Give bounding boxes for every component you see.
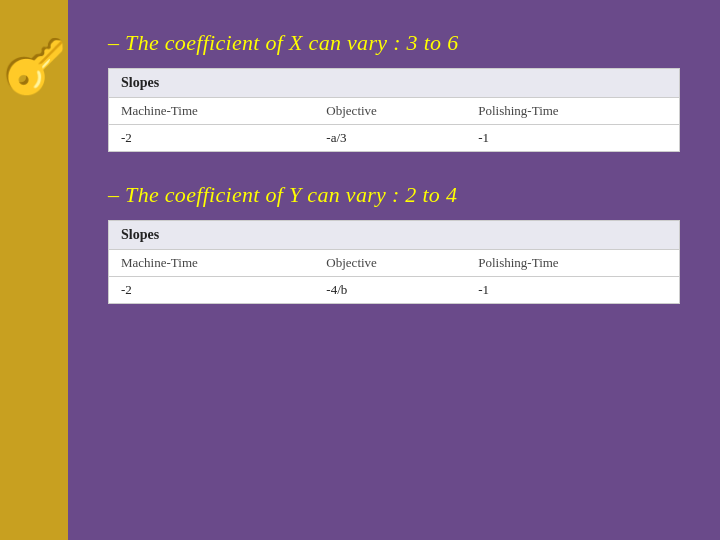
col-machine-time-1: Machine-Time	[109, 98, 314, 125]
key-icon: 🔑	[2, 40, 67, 92]
section-y-heading: – The coefficient of Y can vary : 2 to 4	[108, 182, 680, 208]
section-y-table-title: Slopes	[109, 221, 679, 250]
cell-objective-2: -4/b	[314, 277, 466, 304]
table-row-2: -2 -4/b -1	[109, 277, 679, 304]
table-row: -2 -a/3 -1	[109, 125, 679, 152]
cell-objective-1: -a/3	[314, 125, 466, 152]
section-y-table: Machine-Time Objective Polishing-Time -2…	[109, 250, 679, 303]
col-polishing-time-2: Polishing-Time	[466, 250, 679, 277]
table-header-row-2: Machine-Time Objective Polishing-Time	[109, 250, 679, 277]
section-y: – The coefficient of Y can vary : 2 to 4…	[108, 182, 680, 304]
cell-polishing-time-2: -1	[466, 277, 679, 304]
table-header-row: Machine-Time Objective Polishing-Time	[109, 98, 679, 125]
section-y-table-container: Slopes Machine-Time Objective Polishing-…	[108, 220, 680, 304]
col-machine-time-2: Machine-Time	[109, 250, 314, 277]
section-x-table-container: Slopes Machine-Time Objective Polishing-…	[108, 68, 680, 152]
cell-polishing-time-1: -1	[466, 125, 679, 152]
col-objective-2: Objective	[314, 250, 466, 277]
col-objective-1: Objective	[314, 98, 466, 125]
section-x: – The coefficient of X can vary : 3 to 6…	[108, 30, 680, 152]
cell-machine-time-1: -2	[109, 125, 314, 152]
section-x-heading: – The coefficient of X can vary : 3 to 6	[108, 30, 680, 56]
col-polishing-time-1: Polishing-Time	[466, 98, 679, 125]
cell-machine-time-2: -2	[109, 277, 314, 304]
section-x-table: Machine-Time Objective Polishing-Time -2…	[109, 98, 679, 151]
section-x-table-title: Slopes	[109, 69, 679, 98]
main-content: – The coefficient of X can vary : 3 to 6…	[68, 0, 720, 540]
left-bar: 🔑	[0, 0, 68, 540]
